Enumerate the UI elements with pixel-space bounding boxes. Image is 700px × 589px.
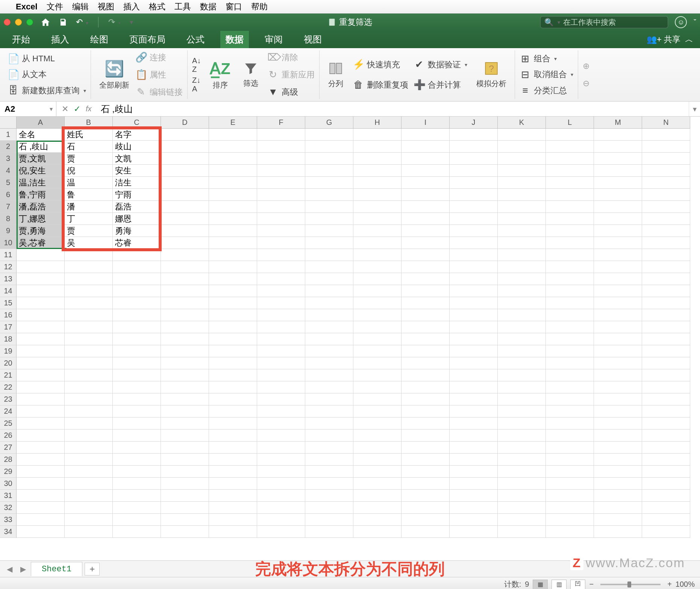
add-sheet-button[interactable]: + — [85, 563, 100, 575]
cell-F30[interactable] — [257, 478, 305, 490]
from-text-button[interactable]: 📄从文本 — [8, 68, 86, 81]
cell-C1[interactable]: 名字 — [113, 129, 161, 141]
cell-D17[interactable] — [161, 321, 209, 333]
advanced-filter-button[interactable]: ▼高级 — [267, 85, 315, 100]
row-header-25[interactable]: 25 — [0, 417, 17, 430]
cell-G19[interactable] — [305, 345, 353, 357]
row-header-23[interactable]: 23 — [0, 393, 17, 405]
cell-N2[interactable] — [642, 141, 690, 153]
cell-E21[interactable] — [209, 369, 257, 381]
tab-view[interactable]: 视图 — [298, 31, 327, 48]
cell-G11[interactable] — [305, 249, 353, 261]
cell-I8[interactable] — [402, 213, 450, 225]
cell-E13[interactable] — [209, 273, 257, 285]
cell-J29[interactable] — [450, 466, 498, 478]
cell-C33[interactable] — [113, 514, 161, 526]
filter-button[interactable]: 筛选 — [239, 52, 262, 97]
cell-L29[interactable] — [546, 466, 594, 478]
view-page-break-icon[interactable]: 凹 — [570, 580, 585, 589]
cell-N24[interactable] — [642, 405, 690, 417]
cell-I29[interactable] — [402, 466, 450, 478]
cell-K24[interactable] — [498, 405, 546, 417]
cell-C32[interactable] — [113, 502, 161, 514]
cell-C11[interactable] — [113, 249, 161, 261]
cell-C4[interactable]: 安生 — [113, 165, 161, 177]
cell-N21[interactable] — [642, 369, 690, 381]
cell-D10[interactable] — [161, 237, 209, 249]
zoom-window-button[interactable] — [26, 19, 33, 26]
cell-J26[interactable] — [450, 430, 498, 442]
sort-button[interactable]: A̲Z排序 — [206, 52, 234, 97]
cell-I31[interactable] — [402, 490, 450, 502]
sort-asc-button[interactable]: A↓Z — [192, 58, 201, 73]
cell-D13[interactable] — [161, 273, 209, 285]
cell-F13[interactable] — [257, 273, 305, 285]
cell-K10[interactable] — [498, 237, 546, 249]
cell-K3[interactable] — [498, 153, 546, 165]
home-icon[interactable] — [41, 17, 50, 27]
tab-insert[interactable]: 插入 — [46, 31, 74, 48]
cell-J10[interactable] — [450, 237, 498, 249]
row-header-11[interactable]: 11 — [0, 249, 17, 261]
cell-J6[interactable] — [450, 189, 498, 201]
row-header-24[interactable]: 24 — [0, 405, 17, 417]
cell-F32[interactable] — [257, 502, 305, 514]
cell-C29[interactable] — [113, 466, 161, 478]
show-detail-icon[interactable]: ⊕ — [583, 59, 589, 74]
cell-D20[interactable] — [161, 357, 209, 369]
tab-home[interactable]: 开始 — [7, 31, 35, 48]
cell-G2[interactable] — [305, 141, 353, 153]
cell-E26[interactable] — [209, 430, 257, 442]
cell-L14[interactable] — [546, 285, 594, 297]
cell-G30[interactable] — [305, 478, 353, 490]
cell-L3[interactable] — [546, 153, 594, 165]
consolidate-button[interactable]: ➕合并计算 — [414, 77, 467, 93]
cell-K5[interactable] — [498, 177, 546, 189]
cell-K15[interactable] — [498, 297, 546, 309]
cell-K18[interactable] — [498, 333, 546, 345]
sheet-nav-next-icon[interactable]: ▶ — [17, 563, 29, 575]
cell-B34[interactable] — [65, 526, 113, 538]
col-header-I[interactable]: I — [402, 117, 450, 129]
cell-I16[interactable] — [402, 309, 450, 321]
cell-F14[interactable] — [257, 285, 305, 297]
cell-I23[interactable] — [402, 393, 450, 405]
cell-M26[interactable] — [594, 430, 642, 442]
cell-A18[interactable] — [17, 333, 65, 345]
cell-J9[interactable] — [450, 225, 498, 237]
cell-A20[interactable] — [17, 357, 65, 369]
cell-B33[interactable] — [65, 514, 113, 526]
cell-K16[interactable] — [498, 309, 546, 321]
cell-J13[interactable] — [450, 273, 498, 285]
cell-F16[interactable] — [257, 309, 305, 321]
collapse-ribbon-icon[interactable]: ︿ — [685, 34, 693, 45]
cell-N16[interactable] — [642, 309, 690, 321]
cell-J34[interactable] — [450, 526, 498, 538]
cell-M6[interactable] — [594, 189, 642, 201]
cell-D32[interactable] — [161, 502, 209, 514]
cell-H4[interactable] — [353, 165, 402, 177]
cell-D8[interactable] — [161, 213, 209, 225]
cell-A31[interactable] — [17, 490, 65, 502]
cell-H8[interactable] — [353, 213, 402, 225]
cell-A24[interactable] — [17, 405, 65, 417]
cell-M8[interactable] — [594, 213, 642, 225]
cell-L25[interactable] — [546, 417, 594, 430]
cell-I15[interactable] — [402, 297, 450, 309]
cell-C3[interactable]: 文凯 — [113, 153, 161, 165]
cell-K26[interactable] — [498, 430, 546, 442]
cell-H16[interactable] — [353, 309, 402, 321]
cell-K30[interactable] — [498, 478, 546, 490]
cell-J21[interactable] — [450, 369, 498, 381]
cell-K11[interactable] — [498, 249, 546, 261]
cell-A2[interactable]: 石 ,歧山 — [17, 141, 65, 153]
cell-A19[interactable] — [17, 345, 65, 357]
cell-M22[interactable] — [594, 381, 642, 393]
cell-K17[interactable] — [498, 321, 546, 333]
cell-I6[interactable] — [402, 189, 450, 201]
cell-M12[interactable] — [594, 261, 642, 273]
cell-B9[interactable]: 贾 — [65, 225, 113, 237]
cell-C7[interactable]: 磊浩 — [113, 201, 161, 213]
cell-B15[interactable] — [65, 297, 113, 309]
row-header-31[interactable]: 31 — [0, 490, 17, 502]
